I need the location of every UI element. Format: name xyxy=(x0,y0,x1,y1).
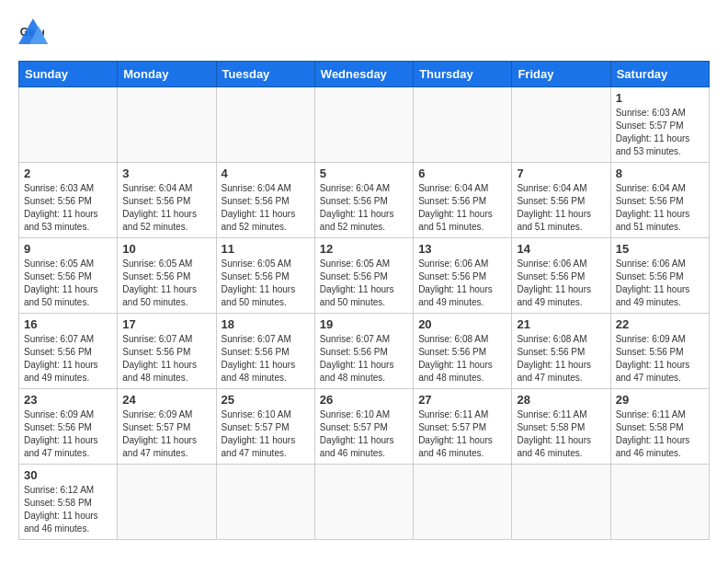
day-info: Sunrise: 6:09 AMSunset: 5:56 PMDaylight:… xyxy=(24,408,112,460)
calendar-week-2: 2Sunrise: 6:03 AMSunset: 5:56 PMDaylight… xyxy=(19,163,710,238)
day-number: 3 xyxy=(122,167,210,180)
day-number: 9 xyxy=(24,242,112,256)
day-info: Sunrise: 6:06 AMSunset: 5:56 PMDaylight:… xyxy=(418,258,506,309)
calendar-cell xyxy=(19,87,118,163)
weekday-header-sunday: Sunday xyxy=(19,62,118,87)
calendar-cell: 6Sunrise: 6:04 AMSunset: 5:56 PMDaylight… xyxy=(414,163,512,238)
calendar-cell: 15Sunrise: 6:06 AMSunset: 5:56 PMDayligh… xyxy=(610,238,709,314)
calendar-cell xyxy=(314,87,413,163)
day-number: 27 xyxy=(418,393,506,407)
page: General SundayMondayTuesdayWednesdayThur… xyxy=(0,0,728,558)
weekday-header-saturday: Saturday xyxy=(610,62,709,87)
day-number: 13 xyxy=(418,242,506,256)
day-info: Sunrise: 6:04 AMSunset: 5:56 PMDaylight:… xyxy=(418,182,506,234)
calendar-cell: 19Sunrise: 6:07 AMSunset: 5:56 PMDayligh… xyxy=(314,314,413,389)
calendar-cell: 8Sunrise: 6:04 AMSunset: 5:56 PMDaylight… xyxy=(610,163,709,238)
day-info: Sunrise: 6:05 AMSunset: 5:56 PMDaylight:… xyxy=(24,258,112,309)
calendar-cell: 13Sunrise: 6:06 AMSunset: 5:56 PMDayligh… xyxy=(414,238,512,314)
day-info: Sunrise: 6:11 AMSunset: 5:57 PMDaylight:… xyxy=(418,408,506,460)
day-info: Sunrise: 6:10 AMSunset: 5:57 PMDaylight:… xyxy=(320,408,408,460)
calendar-cell: 18Sunrise: 6:07 AMSunset: 5:56 PMDayligh… xyxy=(216,314,314,389)
day-info: Sunrise: 6:07 AMSunset: 5:56 PMDaylight:… xyxy=(122,333,210,385)
calendar-cell: 17Sunrise: 6:07 AMSunset: 5:56 PMDayligh… xyxy=(118,314,216,389)
day-number: 21 xyxy=(517,317,605,331)
calendar-week-3: 9Sunrise: 6:05 AMSunset: 5:56 PMDaylight… xyxy=(19,238,710,314)
calendar-cell: 14Sunrise: 6:06 AMSunset: 5:56 PMDayligh… xyxy=(512,238,610,314)
calendar-cell: 1Sunrise: 6:03 AMSunset: 5:57 PMDaylight… xyxy=(610,87,709,163)
logo-triangle-icon xyxy=(17,17,50,50)
calendar-cell: 7Sunrise: 6:04 AMSunset: 5:56 PMDaylight… xyxy=(512,163,610,238)
day-info: Sunrise: 6:03 AMSunset: 5:56 PMDaylight:… xyxy=(24,182,112,234)
day-number: 25 xyxy=(222,393,310,407)
day-info: Sunrise: 6:05 AMSunset: 5:56 PMDaylight:… xyxy=(122,258,210,309)
day-info: Sunrise: 6:06 AMSunset: 5:56 PMDaylight:… xyxy=(517,258,605,309)
day-number: 18 xyxy=(222,317,310,331)
day-number: 8 xyxy=(616,167,704,180)
day-number: 2 xyxy=(24,167,112,180)
calendar-cell xyxy=(118,87,216,163)
calendar-cell: 20Sunrise: 6:08 AMSunset: 5:56 PMDayligh… xyxy=(414,314,512,389)
calendar-cell: 23Sunrise: 6:09 AMSunset: 5:56 PMDayligh… xyxy=(19,389,118,465)
day-info: Sunrise: 6:04 AMSunset: 5:56 PMDaylight:… xyxy=(122,182,210,234)
day-number: 22 xyxy=(616,317,704,331)
day-info: Sunrise: 6:07 AMSunset: 5:56 PMDaylight:… xyxy=(24,333,112,385)
day-number: 14 xyxy=(517,242,605,256)
day-number: 23 xyxy=(24,393,112,407)
calendar-cell: 4Sunrise: 6:04 AMSunset: 5:56 PMDaylight… xyxy=(216,163,314,238)
day-number: 5 xyxy=(320,167,408,180)
calendar-cell: 28Sunrise: 6:11 AMSunset: 5:58 PMDayligh… xyxy=(512,389,610,465)
calendar-week-1: 1Sunrise: 6:03 AMSunset: 5:57 PMDaylight… xyxy=(19,87,710,163)
calendar-cell: 5Sunrise: 6:04 AMSunset: 5:56 PMDaylight… xyxy=(314,163,413,238)
calendar-cell: 22Sunrise: 6:09 AMSunset: 5:56 PMDayligh… xyxy=(610,314,709,389)
day-info: Sunrise: 6:08 AMSunset: 5:56 PMDaylight:… xyxy=(517,333,605,385)
day-info: Sunrise: 6:04 AMSunset: 5:56 PMDaylight:… xyxy=(222,182,310,234)
calendar-week-6: 30Sunrise: 6:12 AMSunset: 5:58 PMDayligh… xyxy=(19,465,710,540)
day-info: Sunrise: 6:07 AMSunset: 5:56 PMDaylight:… xyxy=(222,333,310,385)
day-number: 7 xyxy=(517,167,605,180)
calendar-cell: 9Sunrise: 6:05 AMSunset: 5:56 PMDaylight… xyxy=(19,238,118,314)
day-info: Sunrise: 6:03 AMSunset: 5:57 PMDaylight:… xyxy=(616,107,704,158)
day-info: Sunrise: 6:09 AMSunset: 5:57 PMDaylight:… xyxy=(122,408,210,460)
calendar-cell: 30Sunrise: 6:12 AMSunset: 5:58 PMDayligh… xyxy=(19,465,118,540)
calendar-cell: 25Sunrise: 6:10 AMSunset: 5:57 PMDayligh… xyxy=(216,389,314,465)
day-number: 17 xyxy=(122,317,210,331)
calendar-cell: 11Sunrise: 6:05 AMSunset: 5:56 PMDayligh… xyxy=(216,238,314,314)
weekday-header-monday: Monday xyxy=(118,62,216,87)
day-number: 29 xyxy=(616,393,704,407)
calendar-cell xyxy=(314,465,413,540)
day-number: 26 xyxy=(320,393,408,407)
day-info: Sunrise: 6:06 AMSunset: 5:56 PMDaylight:… xyxy=(616,258,704,309)
day-info: Sunrise: 6:12 AMSunset: 5:58 PMDaylight:… xyxy=(24,484,112,535)
calendar-cell: 29Sunrise: 6:11 AMSunset: 5:58 PMDayligh… xyxy=(610,389,709,465)
header: General xyxy=(18,15,710,50)
calendar-cell: 3Sunrise: 6:04 AMSunset: 5:56 PMDaylight… xyxy=(118,163,216,238)
day-info: Sunrise: 6:07 AMSunset: 5:56 PMDaylight:… xyxy=(320,333,408,385)
day-number: 19 xyxy=(320,317,408,331)
day-number: 4 xyxy=(222,167,310,180)
calendar-cell: 27Sunrise: 6:11 AMSunset: 5:57 PMDayligh… xyxy=(414,389,512,465)
day-info: Sunrise: 6:08 AMSunset: 5:56 PMDaylight:… xyxy=(418,333,506,385)
calendar-week-4: 16Sunrise: 6:07 AMSunset: 5:56 PMDayligh… xyxy=(19,314,710,389)
day-info: Sunrise: 6:05 AMSunset: 5:56 PMDaylight:… xyxy=(320,258,408,309)
weekday-header-row: SundayMondayTuesdayWednesdayThursdayFrid… xyxy=(19,62,710,87)
calendar-cell: 26Sunrise: 6:10 AMSunset: 5:57 PMDayligh… xyxy=(314,389,413,465)
day-info: Sunrise: 6:05 AMSunset: 5:56 PMDaylight:… xyxy=(222,258,310,309)
calendar-cell xyxy=(216,87,314,163)
calendar-cell xyxy=(610,465,709,540)
weekday-header-thursday: Thursday xyxy=(414,62,512,87)
day-number: 10 xyxy=(122,242,210,256)
calendar-cell: 21Sunrise: 6:08 AMSunset: 5:56 PMDayligh… xyxy=(512,314,610,389)
day-number: 15 xyxy=(616,242,704,256)
day-info: Sunrise: 6:04 AMSunset: 5:56 PMDaylight:… xyxy=(320,182,408,234)
day-info: Sunrise: 6:09 AMSunset: 5:56 PMDaylight:… xyxy=(616,333,704,385)
weekday-header-friday: Friday xyxy=(512,62,610,87)
calendar-cell: 24Sunrise: 6:09 AMSunset: 5:57 PMDayligh… xyxy=(118,389,216,465)
calendar-cell xyxy=(414,465,512,540)
day-number: 30 xyxy=(24,468,112,482)
calendar-cell: 10Sunrise: 6:05 AMSunset: 5:56 PMDayligh… xyxy=(118,238,216,314)
day-number: 1 xyxy=(616,91,704,105)
day-number: 16 xyxy=(24,317,112,331)
calendar-cell xyxy=(216,465,314,540)
calendar-cell: 12Sunrise: 6:05 AMSunset: 5:56 PMDayligh… xyxy=(314,238,413,314)
day-info: Sunrise: 6:11 AMSunset: 5:58 PMDaylight:… xyxy=(616,408,704,460)
